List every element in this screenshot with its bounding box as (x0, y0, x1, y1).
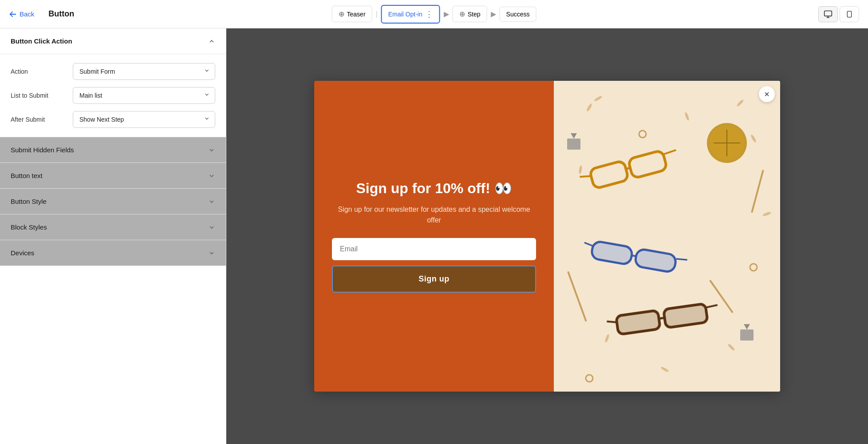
email-optin-label: Email Opt-in (388, 11, 422, 18)
popup-close-button[interactable]: × (759, 86, 775, 102)
chevron-down-icon-1 (208, 147, 215, 154)
email-optin-step-button[interactable]: Email Opt-in ⋮ (381, 5, 440, 24)
submit-hidden-fields-section[interactable]: Submit Hidden Fields (0, 137, 226, 163)
page-title: Button (48, 9, 74, 19)
success-step-button[interactable]: Success (500, 7, 537, 22)
chevron-down-icon-4 (208, 224, 215, 231)
button-style-label: Button Style (11, 198, 47, 205)
main-layout: Button Click Action Action Submit Form O… (0, 28, 868, 444)
popup-subtext: Sign up for our newsletter for updates a… (332, 204, 536, 226)
collapse-button-click-action[interactable] (208, 38, 215, 45)
teaser-step-button[interactable]: ⊕ Teaser (332, 6, 372, 22)
svg-line-27 (632, 255, 636, 256)
step-button[interactable]: ⊕ Step (453, 6, 487, 22)
svg-line-22 (626, 168, 630, 169)
arrow-right-icon-1: ▶ (444, 10, 449, 18)
chevron-down-icon-2 (208, 172, 215, 179)
action-row: Action Submit Form Open URL Close Popup (11, 63, 215, 80)
block-styles-section[interactable]: Block Styles (0, 214, 226, 240)
plus-icon: ⊕ (339, 10, 344, 18)
after-submit-select-wrapper: Show Next Step Close Popup Redirect to U… (73, 111, 215, 128)
step-label: Step (468, 11, 481, 18)
action-select-wrapper: Submit Form Open URL Close Popup (73, 63, 215, 80)
nav-steps: ⊕ Teaser | Email Opt-in ⋮ ▶ ⊕ Step ▶ Suc… (332, 5, 537, 24)
success-label: Success (506, 11, 530, 18)
left-panel: Button Click Action Action Submit Form O… (0, 28, 226, 444)
expand-block-styles[interactable] (208, 224, 215, 231)
chevron-down-icon-3 (208, 198, 215, 205)
expand-button-style[interactable] (208, 198, 215, 205)
section-title-button-click-action: Button Click Action (11, 37, 72, 45)
list-label: List to Submit (11, 92, 73, 99)
chevron-down-icon-5 (208, 250, 215, 257)
action-select[interactable]: Submit Form Open URL Close Popup (73, 63, 215, 80)
mobile-view-button[interactable] (840, 6, 859, 22)
svg-line-32 (659, 318, 665, 319)
list-row: List to Submit Main list Secondary list (11, 87, 215, 104)
popup-decorative-image (554, 81, 780, 392)
preview-area: Sign up for 10% off! 👀 Sign up for our n… (226, 28, 868, 444)
devices-section[interactable]: Devices (0, 240, 226, 266)
button-style-section[interactable]: Button Style (0, 189, 226, 214)
expand-devices[interactable] (208, 250, 215, 257)
list-select[interactable]: Main list Secondary list (73, 87, 215, 104)
chevron-up-icon (208, 38, 215, 45)
back-label: Back (20, 10, 34, 18)
mobile-icon (846, 10, 853, 19)
button-text-label: Button text (11, 172, 43, 179)
back-arrow-icon (9, 10, 17, 18)
separator-line: | (376, 10, 378, 18)
plus-icon-2: ⊕ (459, 10, 465, 18)
svg-rect-30 (616, 310, 660, 335)
expand-button-text[interactable] (208, 172, 215, 179)
top-bar: Back Button ⊕ Teaser | Email Opt-in ⋮ ▶ … (0, 0, 868, 28)
svg-rect-43 (567, 139, 580, 150)
list-select-wrapper: Main list Secondary list (73, 87, 215, 104)
svg-rect-41 (740, 329, 754, 341)
after-submit-row: After Submit Show Next Step Close Popup … (11, 111, 215, 128)
device-buttons (818, 6, 859, 22)
desktop-view-button[interactable] (818, 6, 838, 22)
back-button[interactable]: Back (9, 10, 34, 18)
svg-rect-5 (554, 81, 780, 392)
close-icon: × (764, 90, 769, 99)
popup-heading: Sign up for 10% off! 👀 (356, 180, 512, 197)
after-submit-select[interactable]: Show Next Step Close Popup Redirect to U… (73, 111, 215, 128)
expand-submit-hidden-fields[interactable] (208, 147, 215, 154)
button-click-action-header[interactable]: Button Click Action (0, 28, 226, 54)
devices-label: Devices (11, 249, 34, 257)
teaser-label: Teaser (347, 11, 366, 18)
desktop-icon (824, 10, 832, 19)
action-label: Action (11, 68, 73, 75)
popup-container: Sign up for 10% off! 👀 Sign up for our n… (314, 81, 780, 392)
popup-signup-button[interactable]: Sign up (332, 266, 536, 293)
button-text-section[interactable]: Button text (0, 163, 226, 189)
button-click-action-form: Action Submit Form Open URL Close Popup … (0, 54, 226, 137)
block-styles-label: Block Styles (11, 223, 47, 231)
arrow-right-icon-2: ▶ (491, 10, 496, 18)
popup-email-input[interactable] (332, 238, 536, 260)
popup-right-panel: × (554, 81, 780, 392)
popup-left-panel: Sign up for 10% off! 👀 Sign up for our n… (314, 81, 554, 392)
after-submit-label: After Submit (11, 116, 73, 123)
svg-rect-3 (847, 11, 851, 17)
more-options-icon[interactable]: ⋮ (425, 9, 433, 19)
submit-hidden-fields-label: Submit Hidden Fields (11, 146, 74, 154)
svg-rect-0 (825, 11, 832, 16)
svg-rect-31 (663, 304, 708, 328)
